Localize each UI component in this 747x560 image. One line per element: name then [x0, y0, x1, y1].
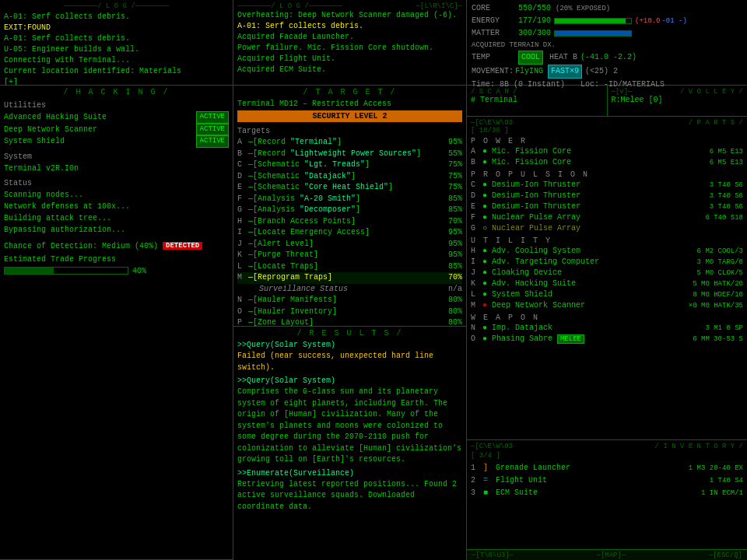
- detected-badge: DETECTED: [163, 242, 202, 250]
- mid-log-5: Acquired Flight Unit.: [237, 54, 462, 65]
- hack-item-shield[interactable]: System Shield ACTIVE: [4, 135, 229, 148]
- movement-extra: (<25) 2: [585, 65, 618, 78]
- mid-log-3: Acquired Facade Launcher.: [237, 32, 462, 43]
- log-nav[interactable]: —[L\R\I\C]—: [416, 2, 462, 10]
- energy-label: ENERGY: [472, 15, 518, 27]
- inv-item-1[interactable]: 1 ] Grenade Launcher 1 M3 20-40 EX: [471, 462, 743, 474]
- status-line-4: Bypassing authorization...: [4, 224, 229, 236]
- target-j[interactable]: J —[Alert Level] 95%: [237, 239, 462, 250]
- target-k[interactable]: K —[Purge Threat] 95%: [237, 250, 462, 261]
- temp-row: TEMP COOL HEAT B (-41.0 -2.2): [472, 51, 742, 65]
- part-h[interactable]: H ● Adv. Cooling System 6 M2 COOL/3: [471, 246, 743, 257]
- target-e[interactable]: E —[Schematic "Core Heat Shield"] 75%: [237, 182, 462, 194]
- hack-item-advanced-status: ACTIVE: [196, 111, 229, 124]
- hack-item-deep[interactable]: Deep Network Scanner ACTIVE: [4, 124, 229, 136]
- hacking-header: / H A C K I N G /: [4, 88, 229, 96]
- target-l[interactable]: L —[Locate Traps] 85%: [237, 261, 462, 273]
- power-section-label: P O W E R: [471, 137, 743, 145]
- core-exposed: (20% EXPOSED): [556, 3, 610, 14]
- log-entry-2: EXIT:FOUND: [4, 23, 229, 33]
- hacking-panel: / H A C K I N G / Utilities Advanced Hac…: [0, 86, 233, 560]
- trade-label: Estimated Trade Progress: [4, 254, 229, 265]
- inv-item-3[interactable]: 3 ■ ECM Suite 1 IN ECM/1: [471, 487, 743, 499]
- status-line-2: Network defenses at 100x...: [4, 201, 229, 212]
- target-a[interactable]: A —[Record "Terminal"] 95%: [237, 137, 462, 149]
- part-m[interactable]: M ● Deep Network Scanner ×0 M0 HATK/35: [471, 300, 743, 311]
- core-row: CORE 550/550 (20% EXPOSED): [472, 2, 742, 15]
- results-query-2: >>Query(Solar System): [237, 376, 462, 385]
- heat-label: HEAT B: [549, 51, 577, 64]
- middle-panel: ————————/ L O G /———————— —[L\R\I\C]— Ov…: [233, 0, 467, 560]
- inventory-panel: —[C\E\W\03 / I N V E N T O R Y / [ 3/4 ]…: [467, 440, 747, 549]
- movement-flying: FlyING: [515, 65, 543, 78]
- inv-item-2[interactable]: 2 = Flight Unit 1 T40 S4: [471, 474, 743, 487]
- status-label: Status: [4, 179, 229, 187]
- terminal-title: Terminal MD12 – Restricted Access: [237, 100, 462, 108]
- target-g[interactable]: G —[Analysis "Decomposer"] 85%: [237, 205, 462, 216]
- part-o[interactable]: O ● Phasing Sabre MELEE 6 MM 30-53 S: [471, 334, 743, 345]
- target-p[interactable]: P —[Zone Layout] 80%: [237, 317, 462, 327]
- target-b[interactable]: B —[Record "Lightweight Power Sources"] …: [237, 149, 462, 160]
- parts-nav: —[C\E\W\O3: [471, 119, 513, 127]
- movement-label: MOVEMENT:: [472, 65, 514, 78]
- target-f[interactable]: F —[Analysis "A-20 Smith"] 85%: [237, 194, 462, 205]
- part-i[interactable]: I ● Adv. Targeting Computer 3 M0 TARG/8: [471, 257, 743, 268]
- progress-bar-outer: [4, 267, 128, 275]
- results-query-1: >>Query(Solar System): [237, 341, 462, 349]
- log-entry-3: A-01: Serf collects debris.: [4, 33, 229, 44]
- main-container: ————————/ L O G /———————— A-01: Serf col…: [0, 0, 747, 560]
- mid-log-1: Overheating: Deep Network Scanner damage…: [237, 10, 462, 21]
- right-panel: CORE 550/550 (20% EXPOSED) ENERGY 177/19…: [467, 0, 747, 560]
- energy-row: ENERGY 177/190 (+18.0 -01 -): [472, 15, 742, 27]
- part-l[interactable]: L ● System Shield 8 M0 HDEF/10: [471, 289, 743, 300]
- part-c[interactable]: C ● Desium-Ion Thruster 3 T40 S6: [471, 180, 743, 191]
- temp-tag: COOL: [518, 51, 543, 65]
- matter-label: MATTER: [472, 27, 518, 40]
- target-h[interactable]: H —[Branch Access Points] 70%: [237, 216, 462, 228]
- part-g[interactable]: G ○ Nuclear Pulse Array: [471, 223, 743, 234]
- hack-item-shield-name: System Shield: [4, 135, 65, 147]
- progress-label: 40%: [132, 267, 146, 275]
- target-i[interactable]: I —[Locate Emergency Access] 95%: [237, 227, 462, 239]
- part-n[interactable]: N ● Imp. Datajack 3 M1 0 SP: [471, 323, 743, 334]
- results-panel: / R E S U L T S / >>Query(Solar System) …: [233, 327, 466, 560]
- target-n[interactable]: N —[Hauler Manifests] 80%: [237, 295, 462, 306]
- part-b[interactable]: B ● Mic. Fission Core 6 M5 E13: [471, 157, 743, 168]
- mid-log-6: Acquired ECM Suite.: [237, 65, 462, 75]
- part-e[interactable]: E ● Desium-Ion Thruster 3 T40 S6: [471, 201, 743, 212]
- location-text: ACQUIRED TERRAIN DX.: [472, 40, 556, 51]
- part-k[interactable]: K ● Adv. Hacking Suite 5 M0 HATK/20: [471, 278, 743, 289]
- log-entry-7: [+]: [4, 77, 229, 86]
- target-panel: / T A R G E T / Terminal MD12 – Restrict…: [233, 86, 466, 327]
- volley-section: —[v]— / V O L L E Y / R:Melee [0]: [608, 86, 748, 116]
- bottom-bar: —[T\0\U3]— —[MAP]— —[ESC/Q]: [467, 549, 747, 560]
- left-panel: ————————/ L O G /———————— A-01: Serf col…: [0, 0, 233, 560]
- temp-label: TEMP: [472, 51, 518, 64]
- melee-badge: MELEE: [557, 334, 584, 344]
- movement-tag: FAST×9: [548, 65, 582, 79]
- targets-label: Targets: [237, 127, 462, 135]
- matter-bar-fill: [555, 31, 631, 36]
- parts-count: [ 18/36 ]: [471, 127, 509, 135]
- detection-label: Chance of Detection: Medium (40%): [4, 242, 158, 250]
- terminal-version: Terminal v2R.I0n: [4, 163, 229, 174]
- part-d[interactable]: D ● Desium-Ion Thruster 3 T40 S6: [471, 191, 743, 201]
- target-m[interactable]: M —[Reprogram Traps] 70%: [237, 272, 462, 284]
- energy-value: 177/190: [518, 15, 551, 27]
- part-f[interactable]: F ● Nuclear Pulse Array 6 T40 S18: [471, 212, 743, 223]
- log-entry-5: Connecting with Terminal...: [4, 55, 229, 66]
- part-j[interactable]: J ● Cloaking Device 5 M0 CLOK/5: [471, 268, 743, 278]
- matter-bar: [554, 30, 632, 37]
- hack-item-advanced[interactable]: Advanced Hacking Suite ACTIVE: [4, 111, 229, 124]
- left-log-header: ————————/ L O G /————————: [4, 2, 229, 10]
- inv-nav: —[C\E\W\03: [471, 443, 513, 450]
- energy-bar-fill: [555, 19, 626, 23]
- target-d[interactable]: D —[Schematic "Datajack"] 75%: [237, 171, 462, 183]
- results-text-3: Retrieving latest reported positions... …: [237, 479, 462, 513]
- bottom-left: —[T\0\U3]—: [472, 551, 514, 559]
- target-c[interactable]: C —[Schematic "Lgt. Treads"] 75%: [237, 159, 462, 171]
- target-o[interactable]: O —[Hauler Inventory] 80%: [237, 306, 462, 318]
- part-a[interactable]: A ● Mic. Fission Core 6 M5 E13: [471, 146, 743, 157]
- propulsion-section-label: P R O P U L S I O N: [471, 170, 743, 179]
- results-text-2: Comprises the G-class sun and its planet…: [237, 387, 462, 466]
